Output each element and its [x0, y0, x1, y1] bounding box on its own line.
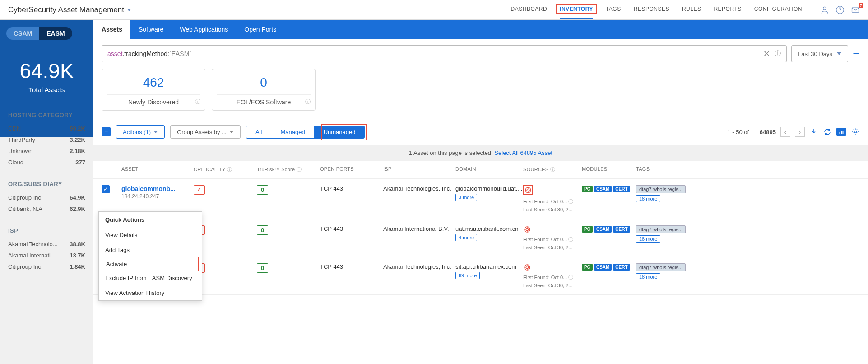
context-menu-title: Quick Actions	[99, 212, 202, 228]
col-modules[interactable]: MODULES	[582, 166, 636, 173]
sidebar-row[interactable]: Akamai Internati...13.7K	[8, 250, 85, 261]
pager-total: 64895	[760, 129, 776, 135]
query-help-icon[interactable]: ⓘ	[775, 50, 781, 58]
subtab-software[interactable]: Software	[130, 20, 172, 39]
group-by-button[interactable]: Group Assets by ...	[170, 125, 241, 139]
settings-icon[interactable]	[851, 127, 860, 136]
context-menu-view-activation-history[interactable]: View Activation History	[99, 285, 202, 300]
svg-point-11	[526, 228, 528, 230]
help-icon[interactable]	[836, 5, 845, 14]
context-menu-activate[interactable]: Activate	[102, 257, 199, 271]
col-tags[interactable]: TAGS	[636, 166, 690, 173]
app-title[interactable]: CyberSecurity Asset Management	[8, 5, 131, 14]
pager-range: 1 - 50 of	[728, 129, 749, 135]
stat-card[interactable]: 462Newly Discoveredⓘ	[102, 69, 205, 111]
domain-value: uat.msa.citibank.com.cn	[455, 225, 523, 232]
toolbar-right: 1 - 50 of 64895 ‹ ›	[728, 127, 860, 137]
sidebar-row[interactable]: Citigroup Inc.1.84K	[8, 261, 85, 272]
context-menu: Quick Actions View DetailsAdd TagsActiva…	[98, 211, 202, 301]
topnav-responses[interactable]: RESPONSES	[634, 0, 669, 19]
tags-more[interactable]: 18 more	[636, 195, 660, 202]
sidebar-row[interactable]: Citibank, N.A62.9K	[8, 203, 85, 215]
topnav-rules[interactable]: RULES	[682, 0, 701, 19]
refresh-icon[interactable]	[823, 127, 832, 136]
sidebar-row[interactable]: Cloud277	[8, 157, 85, 168]
sidebar-row[interactable]: Unknown2.18K	[8, 145, 85, 157]
filter-segments: AllManagedUnmanaged	[246, 126, 365, 139]
context-menu-view-details[interactable]: View Details	[99, 228, 202, 243]
domain-more[interactable]: 3 more	[455, 194, 477, 201]
segment-managed[interactable]: Managed	[271, 126, 314, 138]
svg-point-13	[526, 266, 528, 268]
isp-value: Akamai International B.V.	[383, 225, 455, 232]
col-ports[interactable]: OPEN PORTS	[320, 166, 383, 173]
sidebar-row[interactable]: Citigroup Inc64.9K	[8, 192, 85, 203]
user-icon[interactable]	[820, 5, 829, 14]
query-input[interactable]: asset.trackingMethod:`EASM` ✕ ⓘ	[102, 45, 787, 62]
download-icon[interactable]	[809, 127, 818, 136]
info-icon[interactable]: ⓘ	[195, 98, 200, 106]
select-all-checkbox[interactable]: −	[102, 127, 111, 136]
col-isp[interactable]: ISP	[383, 166, 455, 173]
subtab-web-applications[interactable]: Web Applications	[172, 20, 236, 39]
pager-prev[interactable]: ‹	[780, 127, 790, 137]
col-asset[interactable]: ASSET	[121, 166, 194, 173]
module-badge-cert: CERT	[613, 226, 630, 233]
topnav-tags[interactable]: TAGS	[606, 0, 621, 19]
source-icon[interactable]	[523, 225, 531, 233]
col-domain[interactable]: DOMAIN	[455, 166, 523, 173]
notification-badge: 7	[859, 3, 863, 8]
sidebar-row[interactable]: Akamai Technolo...38.8K	[8, 238, 85, 250]
tag-chip[interactable]: dtag7-whoIs.regis...	[636, 263, 686, 271]
notifications-icon[interactable]: 7	[851, 5, 860, 14]
open-ports: TCP 443	[320, 225, 383, 232]
topbar: CyberSecurity Asset Management DASHBOARD…	[0, 0, 868, 20]
topnav-dashboard[interactable]: DASHBOARD	[511, 0, 548, 19]
col-score[interactable]: TruRisk™ Score ⓘ	[257, 166, 320, 173]
first-found: First Found: Oct 0... ⓘ	[523, 274, 582, 281]
source-icon[interactable]	[523, 263, 531, 271]
tags-more[interactable]: 18 more	[636, 273, 660, 280]
asset-name[interactable]: globalcommonb...	[121, 185, 194, 192]
sidebar-isp-title: ISP	[8, 227, 85, 234]
domain-more[interactable]: 4 more	[455, 234, 477, 241]
toggle-easm[interactable]: EASM	[39, 27, 72, 40]
query-part-2: .trackingMethod:	[122, 50, 169, 57]
clear-query-icon[interactable]: ✕	[763, 49, 770, 59]
stat-card[interactable]: 0EOL/EOS Softwareⓘ	[212, 69, 316, 111]
selection-text: 1 Asset on this page is selected.	[409, 149, 493, 156]
chart-icon[interactable]	[836, 128, 846, 136]
actions-button[interactable]: Actions (1)	[116, 125, 165, 139]
select-all-link[interactable]: Select All 64895 Asset	[494, 149, 552, 156]
total-assets-label: Total Assets	[0, 86, 93, 93]
tag-chip[interactable]: dtag7-whoIs.regis...	[636, 185, 686, 193]
toggle-csam[interactable]: CSAM	[6, 27, 39, 40]
module-badge-csam: CSAM	[594, 226, 612, 233]
context-menu-add-tags[interactable]: Add Tags	[99, 243, 202, 257]
source-icon[interactable]	[523, 185, 533, 195]
domain-more[interactable]: 69 more	[455, 272, 480, 279]
date-filter[interactable]: Last 30 Days	[791, 45, 848, 62]
context-menu-exclude-ip-from-easm-discovery[interactable]: Exclude IP from EASM Discovery	[99, 271, 202, 285]
sidebar-row[interactable]: CDN59.2K	[8, 123, 85, 134]
app-title-text: CyberSecurity Asset Management	[8, 5, 124, 14]
subtab-assets[interactable]: Assets	[93, 20, 130, 39]
segment-all[interactable]: All	[246, 126, 271, 138]
col-criticality[interactable]: CRITICALITY ⓘ	[194, 166, 257, 173]
sidebar: CSAM EASM 64.9K Total Assets HOSTING CAT…	[0, 20, 93, 364]
topnav-configuration[interactable]: CONFIGURATION	[754, 0, 802, 19]
panel-toggle-icon[interactable]: ☰	[853, 49, 860, 59]
segment-unmanaged[interactable]: Unmanaged	[315, 126, 365, 138]
pager-next[interactable]: ›	[795, 127, 805, 137]
info-icon[interactable]: ⓘ	[305, 98, 311, 106]
tags-more[interactable]: 18 more	[636, 235, 660, 243]
row-checkbox[interactable]: ✓	[102, 185, 110, 193]
mode-toggle[interactable]: CSAM EASM	[6, 27, 72, 40]
sidebar-row[interactable]: ThirdParty3.22K	[8, 134, 85, 145]
tag-chip[interactable]: dtag7-whoIs.regis...	[636, 225, 686, 233]
col-sources[interactable]: SOURCES ⓘ	[523, 166, 582, 173]
subtab-open-ports[interactable]: Open Ports	[236, 20, 284, 39]
topnav-inventory[interactable]: INVENTORY	[560, 0, 593, 19]
topnav-reports[interactable]: REPORTS	[714, 0, 741, 19]
svg-point-7	[854, 131, 857, 133]
